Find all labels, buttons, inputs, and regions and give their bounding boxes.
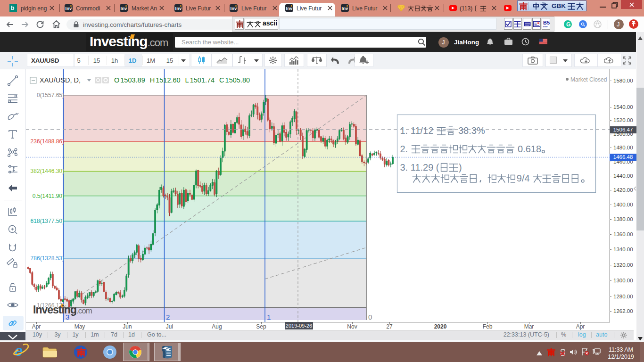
svg-text:3. 11.29 (: 3. 11.29 ( [400,162,439,173]
svg-text:2: 2 [166,313,170,321]
svg-text:9/4: 9/4 [517,173,530,183]
svg-text:): ) [459,162,462,173]
svg-text:0: 0 [368,313,372,321]
svg-text:2.: 2. [400,144,408,154]
svg-text:236(1488.86): 236(1488.86) [31,138,64,145]
svg-text:Market Closed: Market Closed [570,76,607,83]
svg-text:0(1557.65): 0(1557.65) [37,92,64,99]
svg-text:1: 1 [267,313,271,321]
svg-text:0.618: 0.618 [518,144,541,154]
svg-text:O1503.89H1512.60L1501.74C1505.: O1503.89H1512.60L1501.74C1505.80 [114,76,250,84]
svg-text:0.5(1411.90): 0.5(1411.90) [33,193,64,199]
svg-text:786(1328.53): 786(1328.53) [31,255,64,262]
svg-text:382(1446.30): 382(1446.30) [31,168,64,174]
svg-text:38.3%: 38.3% [458,125,485,136]
svg-text:XAU/USD, D,: XAU/USD, D, [40,76,81,84]
svg-text:618(1377.50): 618(1377.50) [31,218,64,224]
svg-text:1. 11/12: 1. 11/12 [400,125,434,136]
